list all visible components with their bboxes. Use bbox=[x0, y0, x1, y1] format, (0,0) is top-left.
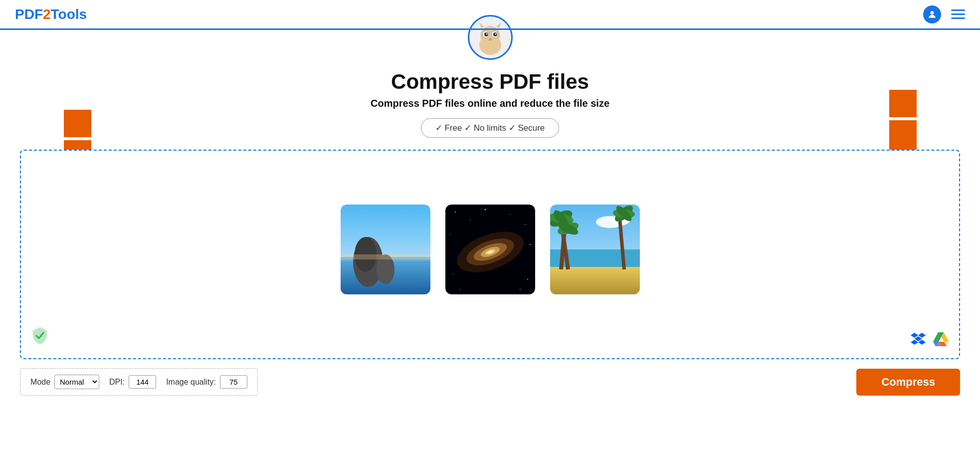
preview-image-2 bbox=[445, 205, 535, 294]
svg-point-8 bbox=[495, 33, 496, 35]
main-content: Compress PDF files Compress PDF files on… bbox=[0, 65, 980, 406]
svg-point-23 bbox=[510, 214, 511, 215]
preview-image-1 bbox=[341, 205, 430, 294]
page-subtitle: Compress PDF files online and reduce the… bbox=[371, 98, 609, 109]
right-square-1 bbox=[889, 90, 917, 117]
svg-point-0 bbox=[931, 11, 934, 14]
svg-point-27 bbox=[452, 274, 453, 275]
svg-point-29 bbox=[460, 289, 461, 290]
svg-point-21 bbox=[470, 219, 471, 220]
features-badge: ✓ Free ✓ No limits ✓ Secure bbox=[421, 118, 560, 138]
svg-point-30 bbox=[520, 289, 521, 290]
svg-rect-18 bbox=[341, 254, 430, 259]
svg-point-25 bbox=[450, 234, 451, 235]
mode-label: Mode bbox=[30, 378, 50, 387]
dpi-control: DPI: bbox=[109, 375, 156, 389]
controls-panel: Mode NormalStrongExtreme DPI: Image qual… bbox=[20, 368, 258, 396]
logo-number: 2 bbox=[43, 6, 51, 22]
bottom-bar: Mode NormalStrongExtreme DPI: Image qual… bbox=[20, 363, 960, 396]
svg-point-28 bbox=[527, 279, 528, 280]
gdrive-icon[interactable] bbox=[933, 332, 949, 348]
security-icon bbox=[31, 326, 49, 348]
svg-point-22 bbox=[484, 209, 485, 210]
logo-tools: Tools bbox=[51, 6, 87, 22]
preview-image-3 bbox=[550, 205, 640, 294]
mode-control: Mode NormalStrongExtreme bbox=[30, 375, 99, 389]
logo-pdf: PDF bbox=[15, 6, 43, 22]
image-previews bbox=[341, 205, 640, 294]
svg-point-7 bbox=[486, 33, 487, 35]
galaxy-image-svg bbox=[445, 205, 535, 294]
compress-button[interactable]: Compress bbox=[856, 369, 960, 396]
svg-point-24 bbox=[525, 224, 526, 225]
menu-button[interactable] bbox=[951, 9, 965, 19]
svg-point-26 bbox=[530, 244, 531, 245]
svg-point-20 bbox=[455, 212, 456, 213]
ocean-image-svg bbox=[341, 205, 430, 294]
logo: PDF2Tools bbox=[15, 6, 87, 22]
header-right bbox=[923, 5, 965, 23]
dpi-input[interactable] bbox=[129, 375, 156, 389]
cloud-icons bbox=[911, 332, 949, 348]
svg-rect-39 bbox=[550, 267, 640, 294]
right-square-2 bbox=[889, 120, 917, 143]
mode-select[interactable]: NormalStrongExtreme bbox=[54, 375, 99, 389]
dropbox-icon[interactable] bbox=[911, 333, 926, 348]
drop-zone-wrapper bbox=[20, 150, 960, 359]
content-wrapper: Compress PDF files Compress PDF files on… bbox=[20, 70, 960, 396]
beach-image-svg bbox=[550, 205, 640, 294]
dpi-label: DPI: bbox=[109, 378, 125, 387]
drop-zone[interactable] bbox=[20, 150, 960, 359]
quality-input[interactable] bbox=[220, 375, 247, 389]
quality-label: Image quality: bbox=[166, 378, 216, 387]
page-title: Compress PDF files bbox=[391, 70, 589, 94]
user-avatar[interactable] bbox=[923, 5, 941, 23]
header: PDF2Tools bbox=[0, 0, 980, 30]
left-square-1 bbox=[64, 110, 91, 137]
quality-control: Image quality: bbox=[166, 375, 247, 389]
